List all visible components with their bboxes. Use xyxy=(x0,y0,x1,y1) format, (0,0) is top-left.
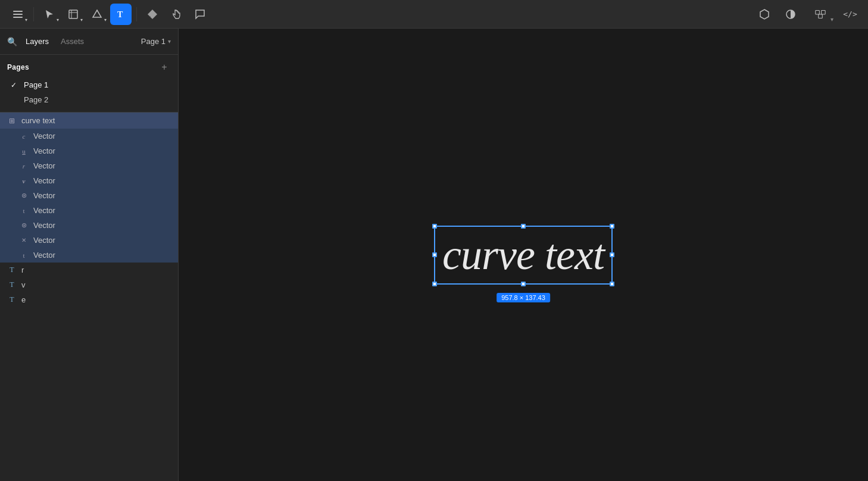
curve-text-element[interactable]: curve text 957.8 × 137.43 xyxy=(434,226,613,285)
page2-label: Page 2 xyxy=(24,95,48,104)
vector1-icon: c xyxy=(19,133,29,140)
svg-rect-1 xyxy=(13,14,23,15)
frame-chevron-icon: ▾ xyxy=(80,17,83,23)
pages-section: Pages + ✓ Page 1 Page 2 xyxy=(0,55,178,113)
layer-item-vector-2[interactable]: u Vector xyxy=(0,143,178,158)
layer-item-v[interactable]: T v xyxy=(0,277,178,292)
component-tool-button[interactable] xyxy=(142,4,163,25)
svg-rect-10 xyxy=(822,10,826,14)
page-selector-chevron-icon: ▾ xyxy=(168,38,171,45)
handle-left-mid[interactable] xyxy=(432,252,437,257)
canvas-text: curve text xyxy=(442,231,604,279)
layer-item-vector7-label: Vector xyxy=(33,221,55,230)
layers-list: ⊞ curve text c Vector u Vector r Vector … xyxy=(0,113,178,481)
component-icon xyxy=(147,9,158,20)
page-item-page1[interactable]: ✓ Page 1 xyxy=(7,77,171,92)
plugins-icon xyxy=(759,9,770,20)
tab-layers[interactable]: Layers xyxy=(22,35,52,48)
vector8-icon: ✕ xyxy=(19,237,29,243)
handle-top-left[interactable] xyxy=(432,224,437,229)
shape-icon xyxy=(92,9,102,20)
main-layout: 🔍 Layers Assets Page 1 ▾ Pages + ✓ Page … xyxy=(0,29,868,481)
vector4-icon: v xyxy=(19,177,29,185)
select-chevron-icon: ▾ xyxy=(57,17,59,23)
layer-item-vector-7[interactable]: ⊛ Vector xyxy=(0,218,178,233)
svg-rect-3 xyxy=(69,10,77,18)
page-selector-label: Page 1 xyxy=(141,37,166,46)
hand-tool-button[interactable] xyxy=(166,4,187,25)
code-button[interactable]: </> xyxy=(839,4,861,25)
separator-1 xyxy=(33,7,34,21)
share-button[interactable]: ▾ xyxy=(806,4,835,25)
frame-tool-button[interactable]: ▾ xyxy=(63,4,84,25)
share-chevron-icon: ▾ xyxy=(830,16,833,23)
tab-assets[interactable]: Assets xyxy=(57,35,88,48)
layer-item-vector-9[interactable]: t Vector xyxy=(0,248,178,263)
page1-label: Page 1 xyxy=(24,80,48,89)
shape-tool-button[interactable]: ▾ xyxy=(86,4,108,25)
group-icon: ⊞ xyxy=(7,117,17,125)
layer-item-vector2-label: Vector xyxy=(33,146,55,155)
toolbar: ▾ ▾ ▾ ▾ T xyxy=(0,0,868,29)
layer-group-curve-text[interactable]: ⊞ curve text xyxy=(0,113,178,129)
handle-top-mid[interactable] xyxy=(521,224,526,229)
handle-bottom-left[interactable] xyxy=(432,282,437,286)
sidebar: 🔍 Layers Assets Page 1 ▾ Pages + ✓ Page … xyxy=(0,29,179,481)
toolbar-right: ▾ </> xyxy=(754,4,861,25)
text-icon: T xyxy=(115,9,126,20)
page1-check-icon: ✓ xyxy=(11,81,19,89)
layer-item-e[interactable]: T e xyxy=(0,292,178,307)
vector6-icon: t xyxy=(19,207,29,214)
handle-bottom-mid[interactable] xyxy=(521,282,526,286)
layer-item-vector3-label: Vector xyxy=(33,161,55,170)
plugins-button[interactable] xyxy=(754,4,775,25)
menu-chevron-icon: ▾ xyxy=(25,17,27,23)
layer-item-vector-4[interactable]: v Vector xyxy=(0,173,178,188)
code-icon: </> xyxy=(843,10,857,18)
svg-text:T: T xyxy=(117,10,123,19)
vector5-icon: ⊛ xyxy=(19,192,29,199)
layer-item-r-label: r xyxy=(21,266,24,274)
layer-item-r[interactable]: T r xyxy=(0,263,178,277)
comment-tool-button[interactable] xyxy=(189,4,211,25)
pages-header: Pages + xyxy=(7,61,171,74)
vector9-icon: t xyxy=(19,252,29,259)
vector7-icon: ⊛ xyxy=(19,221,29,229)
text-tool-button[interactable]: T xyxy=(110,4,132,25)
layer-item-v-label: v xyxy=(21,280,26,289)
frame-icon xyxy=(68,9,79,20)
shape-chevron-icon: ▾ xyxy=(104,17,107,23)
layer-item-vector-1[interactable]: c Vector xyxy=(0,129,178,143)
handle-bottom-right[interactable] xyxy=(610,282,614,286)
layer-item-vector8-label: Vector xyxy=(33,236,55,245)
canvas-area[interactable]: curve text 957.8 × 137.43 xyxy=(179,29,868,481)
page-selector[interactable]: Page 1 ▾ xyxy=(141,37,171,46)
layer-item-vector-5[interactable]: ⊛ Vector xyxy=(0,188,178,203)
sidebar-header: 🔍 Layers Assets Page 1 ▾ xyxy=(0,29,178,55)
text-r-icon: T xyxy=(7,266,17,274)
svg-rect-2 xyxy=(13,17,23,18)
layer-item-vector4-label: Vector xyxy=(33,176,55,185)
handle-right-mid[interactable] xyxy=(610,252,614,257)
page-item-page2[interactable]: Page 2 xyxy=(7,92,171,107)
dimension-badge: 957.8 × 137.43 xyxy=(497,293,550,302)
search-icon[interactable]: 🔍 xyxy=(7,37,17,46)
layer-item-vector5-label: Vector xyxy=(33,191,55,200)
svg-rect-0 xyxy=(13,11,23,12)
layer-item-vector-3[interactable]: r Vector xyxy=(0,158,178,173)
handle-top-right[interactable] xyxy=(610,224,614,229)
svg-rect-9 xyxy=(816,10,820,14)
toolbar-left: ▾ ▾ ▾ ▾ T xyxy=(7,4,211,25)
menu-button[interactable]: ▾ xyxy=(7,4,29,25)
share-icon xyxy=(815,9,826,20)
canvas-content: curve text 957.8 × 137.43 xyxy=(434,226,613,285)
contrast-button[interactable] xyxy=(780,4,801,25)
vector3-icon: r xyxy=(19,163,29,170)
select-tool-button[interactable]: ▾ xyxy=(39,4,60,25)
pages-title: Pages xyxy=(7,63,29,71)
add-page-button[interactable]: + xyxy=(158,61,171,74)
layer-item-vector-8[interactable]: ✕ Vector xyxy=(0,233,178,248)
selection-box: curve text xyxy=(434,226,613,285)
layer-item-vector-6[interactable]: t Vector xyxy=(0,203,178,218)
menu-icon xyxy=(13,9,23,20)
